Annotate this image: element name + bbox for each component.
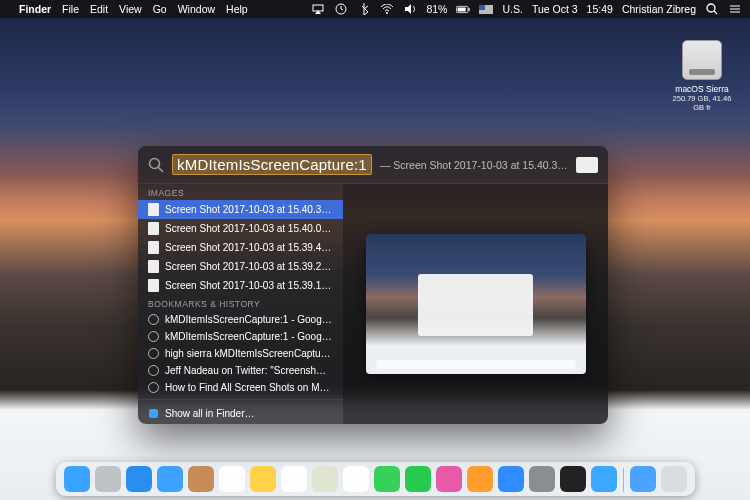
dock-app-messages[interactable] — [374, 466, 400, 492]
spotlight-query[interactable]: kMDItemIsScreenCapture:1 — [172, 154, 372, 175]
top-hit-thumb — [576, 157, 598, 173]
dock-app-trash[interactable] — [661, 466, 687, 492]
dock-app-itunes[interactable] — [436, 466, 462, 492]
dock-app-ibooks[interactable] — [467, 466, 493, 492]
dock-app-downloads[interactable] — [630, 466, 656, 492]
dock-app-preferences[interactable] — [529, 466, 555, 492]
file-icon — [148, 279, 159, 292]
svg-rect-22 — [149, 409, 158, 418]
svg-point-15 — [150, 158, 160, 168]
section-bookmarks: BOOKMARKS & HISTORY — [138, 295, 343, 311]
result-image[interactable]: Screen Shot 2017-10-03 at 15.40.3… — [138, 200, 343, 219]
drive-icon — [682, 40, 722, 80]
result-bookmark[interactable]: Jeff Nadeau on Twitter: "Screensh… — [138, 362, 343, 379]
result-bookmark[interactable]: How to Find All Screen Shots on M… — [138, 379, 343, 396]
spotlight-results: IMAGES Screen Shot 2017-10-03 at 15.40.3… — [138, 184, 343, 424]
dock-separator — [623, 468, 624, 492]
dock — [56, 462, 695, 496]
menu-help[interactable]: Help — [226, 3, 248, 15]
finder-icon — [148, 408, 159, 419]
spotlight-panel: kMDItemIsScreenCapture:1 — Screen Shot 2… — [138, 146, 608, 424]
svg-line-16 — [159, 167, 164, 172]
spotlight-top-hit: — Screen Shot 2017-10-03 at 15.40.32.png — [380, 159, 568, 171]
file-icon — [148, 241, 159, 254]
svg-point-21 — [149, 383, 159, 393]
globe-icon — [148, 331, 159, 342]
svg-point-19 — [149, 349, 159, 359]
drive-name: macOS Sierra — [672, 84, 732, 94]
input-source[interactable]: U.S. — [502, 3, 522, 15]
globe-icon — [148, 348, 159, 359]
result-image[interactable]: Screen Shot 2017-10-03 at 15.40.0… — [138, 219, 343, 238]
battery-icon[interactable] — [456, 2, 470, 16]
dock-app-finder[interactable] — [64, 466, 90, 492]
timemachine-icon[interactable] — [334, 2, 348, 16]
file-icon — [148, 222, 159, 235]
file-icon — [148, 203, 159, 216]
svg-point-17 — [149, 315, 159, 325]
menubar-time[interactable]: 15:49 — [587, 3, 613, 15]
dock-app-safari[interactable] — [126, 466, 152, 492]
battery-percent[interactable]: 81% — [426, 3, 447, 15]
globe-icon — [148, 382, 159, 393]
svg-line-11 — [714, 11, 717, 14]
result-image[interactable]: Screen Shot 2017-10-03 at 15.39.4… — [138, 238, 343, 257]
dock-app-photos[interactable] — [343, 466, 369, 492]
dock-app-terminal[interactable] — [560, 466, 586, 492]
search-icon — [148, 157, 164, 173]
menubar: Finder File Edit View Go Window Help 81%… — [0, 0, 750, 18]
result-image[interactable]: Screen Shot 2017-10-03 at 15.39.2… — [138, 257, 343, 276]
globe-icon — [148, 314, 159, 325]
spotlight-preview — [343, 184, 608, 424]
result-bookmark[interactable]: kMDItemIsScreenCapture:1 - Goog… — [138, 328, 343, 345]
menubar-user[interactable]: Christian Zibreg — [622, 3, 696, 15]
svg-rect-9 — [479, 5, 485, 10]
menu-window[interactable]: Window — [178, 3, 215, 15]
dock-app-calendar[interactable] — [219, 466, 245, 492]
dock-app-contacts[interactable] — [188, 466, 214, 492]
result-bookmark[interactable]: high sierra kMDItemIsScreenCaptu… — [138, 345, 343, 362]
globe-icon — [148, 365, 159, 376]
svg-point-18 — [149, 332, 159, 342]
desktop-drive[interactable]: macOS Sierra 250.79 GB, 41.46 GB fr — [672, 40, 732, 112]
dock-app-reminders[interactable] — [281, 466, 307, 492]
section-images: IMAGES — [138, 184, 343, 200]
svg-point-10 — [707, 4, 715, 12]
menu-edit[interactable]: Edit — [90, 3, 108, 15]
drive-subtitle: 250.79 GB, 41.46 GB fr — [672, 94, 732, 112]
dock-app-appstore[interactable] — [498, 466, 524, 492]
dock-app-facetime[interactable] — [405, 466, 431, 492]
wifi-icon[interactable] — [380, 2, 394, 16]
menu-go[interactable]: Go — [153, 3, 167, 15]
divider — [138, 399, 343, 400]
svg-rect-6 — [469, 7, 470, 10]
show-all-in-finder[interactable]: Show all in Finder… — [138, 403, 343, 424]
menu-view[interactable]: View — [119, 3, 142, 15]
menu-file[interactable]: File — [62, 3, 79, 15]
svg-point-3 — [386, 12, 388, 14]
dock-app-maps[interactable] — [312, 466, 338, 492]
menubar-app[interactable]: Finder — [19, 3, 51, 15]
spotlight-search-row: kMDItemIsScreenCapture:1 — Screen Shot 2… — [138, 146, 608, 184]
svg-rect-7 — [458, 7, 466, 11]
flag-icon[interactable] — [479, 2, 493, 16]
spotlight-icon[interactable] — [705, 2, 719, 16]
notification-center-icon[interactable] — [728, 2, 742, 16]
dock-app-launchpad[interactable] — [95, 466, 121, 492]
volume-icon[interactable] — [403, 2, 417, 16]
dock-container — [0, 462, 750, 496]
dock-app-mail[interactable] — [157, 466, 183, 492]
svg-marker-4 — [405, 4, 411, 14]
file-icon — [148, 260, 159, 273]
dock-app-notes[interactable] — [250, 466, 276, 492]
svg-point-20 — [149, 366, 159, 376]
bluetooth-icon[interactable] — [357, 2, 371, 16]
airplay-icon[interactable] — [311, 2, 325, 16]
result-image[interactable]: Screen Shot 2017-10-03 at 15.39.1… — [138, 276, 343, 295]
preview-screenshot — [366, 234, 586, 374]
result-bookmark[interactable]: kMDItemIsScreenCapture:1 - Goog… — [138, 311, 343, 328]
menubar-date[interactable]: Tue Oct 3 — [532, 3, 578, 15]
dock-app-tweetbot[interactable] — [591, 466, 617, 492]
